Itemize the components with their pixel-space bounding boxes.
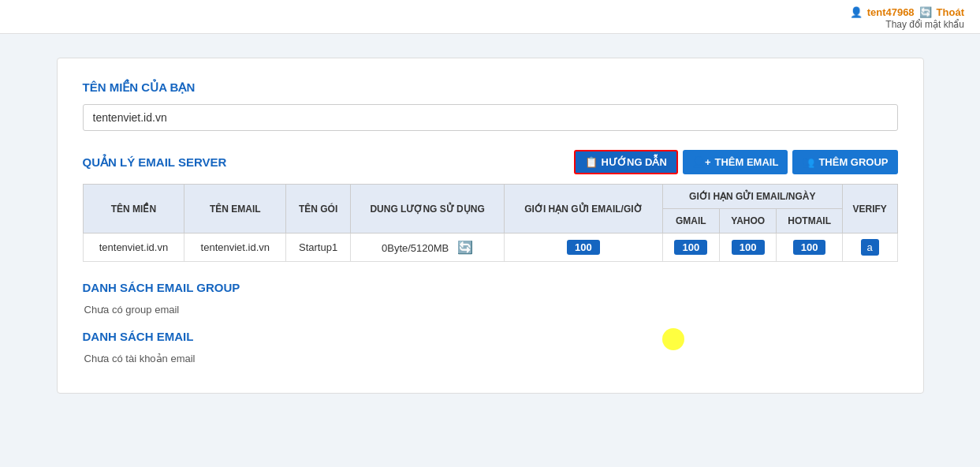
col-gioi-han-gio: GIỚI HẠN GỬI EMAIL/GIỜ <box>505 185 662 234</box>
them-group-button[interactable]: 👥 THÊM GROUP <box>792 150 897 174</box>
email-group-title: DANH SÁCH EMAIL GROUP <box>83 281 898 294</box>
badge-amazon[interactable]: a <box>861 239 879 256</box>
badge-gmail: 100 <box>674 240 707 255</box>
cell-ten-mien: tentenviet.id.vn <box>83 234 184 262</box>
email-list-title: DANH SÁCH EMAIL <box>83 330 898 343</box>
cell-ten-goi: Startup1 <box>286 234 351 262</box>
cell-ten-email: tentenviet.id.vn <box>184 234 286 262</box>
email-server-table: TÊN MIỀN TÊN EMAIL TÊN GÓI DUNG LƯỢNG SỬ… <box>83 184 898 262</box>
book-icon: 📋 <box>585 156 598 168</box>
col-dung-luong: DUNG LƯỢNG SỬ DỤNG <box>350 185 504 234</box>
main-container: TÊN MIỀN CỦA BẠN QUẢN LÝ EMAIL SERVER 📋 … <box>57 58 924 394</box>
col-verify: VERIFY <box>842 185 897 234</box>
top-bar: 👤 tent47968 🔄 Thoát Thay đổi mật khẩu <box>0 0 980 34</box>
logout-button[interactable]: Thoát <box>937 6 964 18</box>
cell-verify: a <box>842 234 897 262</box>
cell-hotmail: 100 <box>777 234 842 262</box>
email-group-empty: Chưa có group email <box>84 304 898 316</box>
domain-input[interactable] <box>83 104 898 131</box>
email-server-header: QUẢN LÝ EMAIL SERVER 📋 HƯỚNG DẪN 👤+ THÊM… <box>83 150 898 174</box>
email-server-title: QUẢN LÝ EMAIL SERVER <box>83 155 227 170</box>
col-gioi-han-ngay-header: GIỚI HẠN GỬI EMAIL/NGÀY <box>662 185 842 209</box>
col-ten-goi: TÊN GÓI <box>286 185 351 234</box>
cell-dung-luong: 0Byte/5120MB 🔄 <box>350 234 504 262</box>
col-hotmail: HOTMAIL <box>777 209 842 234</box>
cell-gioi-han-gio: 100 <box>505 234 662 262</box>
them-group-label: THÊM GROUP <box>818 156 888 168</box>
add-group-icon: 👥 <box>802 156 814 168</box>
email-list-empty: Chưa có tài khoản email <box>84 353 898 364</box>
table-row: tentenviet.id.vn tentenviet.id.vn Startu… <box>83 234 897 262</box>
col-ten-email: TÊN EMAIL <box>184 185 286 234</box>
action-buttons: 📋 HƯỚNG DẪN 👤+ THÊM EMAIL 👥 THÊM GROUP <box>574 150 898 174</box>
add-email-icon: 👤+ <box>692 156 711 168</box>
col-ten-mien: TÊN MIỀN <box>83 185 184 234</box>
top-bar-right: 👤 tent47968 🔄 Thoát Thay đổi mật khẩu <box>850 6 964 30</box>
email-group-section: DANH SÁCH EMAIL GROUP Chưa có group emai… <box>83 281 898 316</box>
change-password-link[interactable]: Thay đổi mật khẩu <box>885 19 964 30</box>
domain-section-title: TÊN MIỀN CỦA BẠN <box>83 80 898 95</box>
badge-gio: 100 <box>567 240 600 255</box>
username-label: tent47968 <box>867 6 915 18</box>
refresh-icon[interactable]: 🔄 <box>457 241 473 254</box>
them-email-button[interactable]: 👤+ THÊM EMAIL <box>683 150 788 174</box>
badge-yahoo: 100 <box>732 240 765 255</box>
col-gmail: GMAIL <box>662 209 719 234</box>
them-email-label: THÊM EMAIL <box>714 156 778 168</box>
cell-gmail: 100 <box>662 234 719 262</box>
email-list-section: DANH SÁCH EMAIL Chưa có tài khoản email <box>83 330 898 364</box>
cell-yahoo: 100 <box>719 234 776 262</box>
huong-dan-button[interactable]: 📋 HƯỚNG DẪN <box>574 150 678 174</box>
huong-dan-label: HƯỚNG DẪN <box>602 156 667 168</box>
col-yahoo: YAHOO <box>719 209 776 234</box>
badge-hotmail: 100 <box>793 240 826 255</box>
user-icon: 👤 <box>850 6 863 18</box>
logout-icon: 🔄 <box>919 6 932 18</box>
